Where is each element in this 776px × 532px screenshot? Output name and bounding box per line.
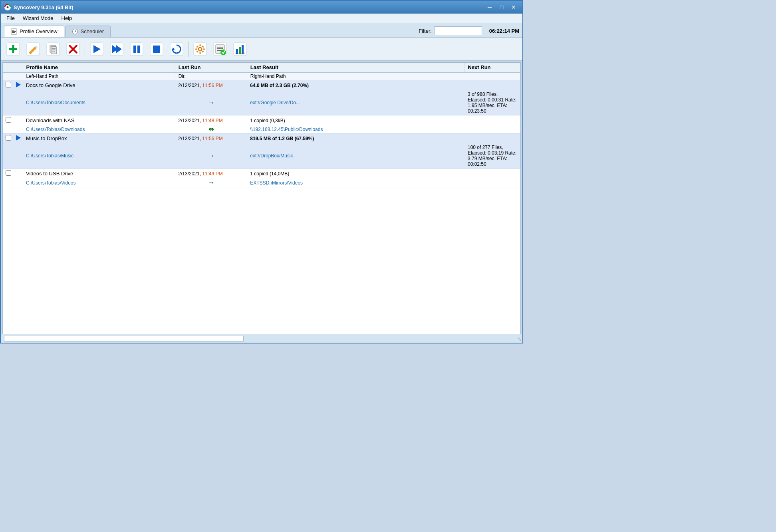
row-play-cell — [14, 169, 23, 179]
checkbox-downloads-nas[interactable] — [6, 117, 11, 123]
profile-overview-icon — [11, 28, 17, 35]
app-title: Syncovery 9.31a (64 Bit) — [14, 4, 73, 10]
play-btn-docs-google[interactable] — [16, 82, 21, 87]
table-header-row: Profile Name Last Run Last Result Next R… — [3, 63, 520, 72]
right-path[interactable]: EXTSSD:\Mirrors\Videos — [247, 179, 464, 187]
left-path[interactable]: C:\Users\Tobias\Music — [23, 143, 175, 169]
menu-wizard-mode[interactable]: Wizard Mode — [19, 14, 58, 22]
gear-icon — [193, 42, 207, 56]
dir-arrow: → — [175, 90, 247, 115]
checkbox-music-dropbox[interactable] — [6, 135, 11, 141]
tabs-container: Profile Overview Scheduler — [4, 26, 111, 37]
right-path[interactable]: ext://DropBox/Music — [247, 143, 464, 169]
menu-bar: File Wizard Mode Help — [1, 14, 522, 23]
edit-icon — [26, 42, 40, 56]
subheader-dir: Dir. — [175, 72, 247, 80]
copy-profile-button[interactable] — [44, 40, 62, 58]
left-path[interactable]: C:\Users\Tobias\Documents — [23, 90, 175, 115]
menu-file[interactable]: File — [2, 14, 19, 22]
log-icon — [213, 42, 227, 56]
next-run-cell — [464, 80, 520, 91]
svg-rect-29 — [130, 43, 143, 56]
summary-button[interactable] — [231, 40, 249, 58]
svg-rect-42 — [203, 48, 205, 50]
svg-rect-5 — [12, 32, 15, 33]
right-path[interactable]: \\192.168.12.45\Public\Downloads — [247, 125, 464, 133]
summary-icon — [233, 42, 247, 56]
svg-rect-33 — [153, 46, 160, 53]
last-run-cell: 2/13/2021, 11:49 PM — [175, 169, 247, 179]
table-subheader-row: Left-Hand Path Dir. Right-Hand Path — [3, 72, 520, 80]
stop-button[interactable] — [147, 40, 166, 58]
header-next-run[interactable]: Next Run — [464, 63, 520, 72]
add-icon — [6, 42, 20, 56]
minimize-button[interactable]: ─ — [484, 3, 495, 12]
menu-help[interactable]: Help — [58, 14, 76, 22]
svg-point-9 — [75, 31, 75, 32]
tab-bar: Profile Overview Scheduler Filter: 06:22… — [1, 23, 522, 38]
pause-button[interactable] — [127, 40, 146, 58]
dir-arrow: → — [175, 179, 247, 187]
scheduler-icon — [72, 28, 78, 35]
title-bar-left: Syncovery 9.31a (64 Bit) — [4, 4, 73, 11]
row-checkbox-cell — [3, 169, 14, 179]
svg-rect-40 — [200, 52, 201, 54]
close-button[interactable]: ✕ — [508, 3, 519, 12]
restore-button[interactable]: □ — [496, 3, 507, 12]
left-path[interactable]: C:\Users\Tobias\Videos — [23, 179, 175, 187]
checkbox-docs-google[interactable] — [6, 82, 11, 87]
header-last-result[interactable]: Last Result — [247, 63, 464, 72]
row-play-cell — [14, 133, 23, 144]
svg-point-38 — [199, 48, 201, 50]
run-all-button[interactable] — [107, 40, 126, 58]
last-run-time: 11:48 PM — [202, 118, 222, 123]
svg-rect-4 — [12, 31, 16, 32]
pause-icon — [129, 42, 144, 56]
path-row-empty-2 — [14, 125, 23, 133]
status-bar: ⤡ — [1, 334, 522, 343]
last-result-cell: 1 copied (0,3kB) — [247, 115, 464, 126]
table-row: Downloads with NAS2/13/2021, 11:48 PM1 c… — [3, 115, 520, 126]
last-run-date: 2/13/2021, — [178, 83, 202, 88]
right-path[interactable]: ext://Google Drive/Do... — [247, 90, 464, 115]
last-run-date: 2/13/2021, — [178, 171, 202, 177]
path-row-result-empty — [464, 179, 520, 187]
row-checkbox-cell — [3, 133, 14, 144]
toolbar-separator-2 — [188, 42, 189, 57]
table-row-path: C:\Users\Tobias\Videos→EXTSSD:\Mirrors\V… — [3, 179, 520, 187]
header-last-run[interactable]: Last Run — [175, 63, 247, 72]
run-button[interactable] — [87, 40, 106, 58]
toolbar — [1, 38, 522, 61]
table-row-path: C:\Users\Tobias\Music→ext://DropBox/Musi… — [3, 143, 520, 169]
path-row-empty-2 — [14, 90, 23, 115]
last-run-cell: 2/13/2021, 11:56 PM — [175, 133, 247, 144]
svg-rect-30 — [133, 46, 136, 53]
last-result-cell: 819.5 MB of 1.2 GB (67.59%) — [247, 133, 464, 144]
svg-rect-57 — [239, 47, 241, 54]
refresh-button[interactable] — [167, 40, 186, 58]
add-profile-button[interactable] — [4, 40, 22, 58]
next-run-cell — [464, 115, 520, 126]
tab-scheduler[interactable]: Scheduler — [65, 26, 111, 37]
status-progress-bar — [4, 336, 244, 341]
header-profile-name[interactable]: Profile Name — [23, 63, 175, 72]
path-row-empty-2 — [14, 143, 23, 169]
last-run-date: 2/13/2021, — [178, 136, 202, 141]
delete-profile-button[interactable] — [64, 40, 82, 58]
play-btn-music-dropbox[interactable] — [16, 135, 21, 141]
svg-rect-3 — [12, 30, 14, 31]
checkbox-videos-usb[interactable] — [6, 170, 11, 176]
last-result-normal-row: 3 of 988 Files, Elapsed: 0:00:31 Rate: 1… — [464, 90, 520, 115]
settings-button[interactable] — [191, 40, 209, 58]
filter-input[interactable] — [434, 26, 482, 35]
last-result-cell: 1 copied (14,0MB) — [247, 169, 464, 179]
last-result-normal: 1 copied (14,0MB) — [250, 171, 289, 177]
resize-grip[interactable]: ⤡ — [518, 336, 522, 342]
log-button[interactable] — [211, 40, 229, 58]
left-path[interactable]: C:\Users\Tobias\Downloads — [23, 125, 175, 133]
edit-profile-button[interactable] — [24, 40, 42, 58]
tab-profile-overview[interactable]: Profile Overview — [4, 26, 64, 37]
table-row: Videos to USB Drive2/13/2021, 11:49 PM1 … — [3, 169, 520, 179]
title-bar-buttons: ─ □ ✕ — [484, 3, 519, 12]
tab-scheduler-label: Scheduler — [81, 28, 104, 34]
